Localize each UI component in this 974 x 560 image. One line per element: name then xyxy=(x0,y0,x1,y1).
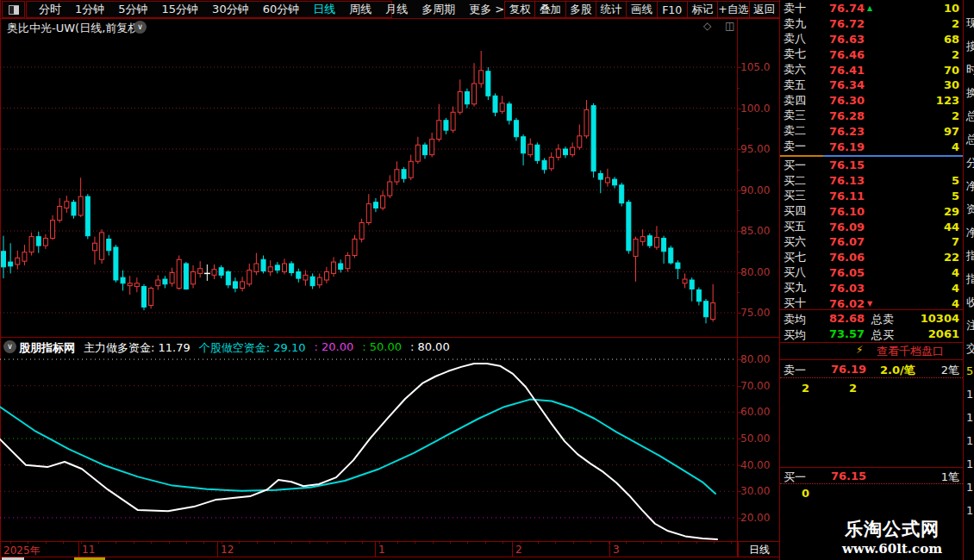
price-axis-label: 80.00 xyxy=(740,266,778,278)
indicator-value-label: 主力做多资金: 11.79 xyxy=(84,340,190,354)
timeline-minor-tick xyxy=(81,541,82,544)
toolbar-button-+自选[interactable]: +自选 xyxy=(718,1,749,18)
period-月线[interactable]: 月线 xyxy=(378,2,415,17)
book-row-卖一[interactable]: 卖一76.194 xyxy=(780,139,963,154)
book-row-卖五[interactable]: 卖五76.3430 xyxy=(780,78,963,93)
book-row-买四[interactable]: 买四76.1029 xyxy=(780,203,963,219)
axis-tick xyxy=(737,109,741,109)
axis-minor-tick xyxy=(737,292,740,293)
cutoff-char: 1 xyxy=(966,457,974,470)
timeline-month-label: 3 xyxy=(613,544,620,556)
period-日线[interactable]: 日线 xyxy=(306,2,342,17)
indicator-collapse-icon[interactable]: ∨ xyxy=(3,340,16,353)
level-volume: 4 xyxy=(882,140,959,153)
book-row-卖二[interactable]: 卖二76.2397 xyxy=(780,123,963,139)
cutoff-char: 注 xyxy=(966,318,974,333)
book-row-买二[interactable]: 买二76.135 xyxy=(780,173,963,189)
watermark-url: www.60lt.com xyxy=(810,541,974,557)
axis-minor-tick xyxy=(737,252,740,252)
period-15分钟[interactable]: 15分钟 xyxy=(155,2,206,17)
timeline-minor-tick xyxy=(10,541,11,544)
toolbar-button-叠加[interactable]: 叠加 xyxy=(535,1,565,18)
level-volume: 2 xyxy=(882,48,959,61)
book-row-买九[interactable]: 买九76.034 xyxy=(780,280,963,296)
level-price: 76.06 xyxy=(815,251,865,264)
level-volume: 123 xyxy=(882,94,959,107)
timeline-month-tick xyxy=(78,541,79,557)
period-60分钟[interactable]: 60分钟 xyxy=(256,2,307,17)
toolbar-button-返回[interactable]: 返回 xyxy=(750,1,780,18)
timeline-period-box[interactable]: 日线 xyxy=(738,542,780,557)
book-row-买一[interactable]: 买一76.15 xyxy=(780,158,963,173)
level-volume: 7 xyxy=(882,235,959,248)
book-row-买五[interactable]: 买五76.0944 xyxy=(780,219,963,234)
indicator-axis-label: 70.00 xyxy=(740,380,778,392)
book-row-买三[interactable]: 买三76.115 xyxy=(780,189,963,204)
thousand-depth-link[interactable]: ⚡ 查看千档盘口 xyxy=(780,344,963,358)
cutoff-char: 1 xyxy=(966,388,974,401)
page-icon xyxy=(9,5,19,15)
timeline-minor-tick xyxy=(222,541,222,544)
axis-minor-tick xyxy=(737,128,740,129)
price-axis-label: 85.00 xyxy=(740,225,778,237)
toolbar-button-复权[interactable]: 复权 xyxy=(504,1,535,18)
timeline-minor-tick xyxy=(379,541,380,544)
timeline-month-label: 2 xyxy=(515,544,522,556)
cutoff-char: 现 xyxy=(966,16,974,31)
book-row-买七[interactable]: 买七76.0622 xyxy=(780,250,963,265)
indicator-axis-label: 50.00 xyxy=(740,432,778,445)
toolbar-button-多股[interactable]: 多股 xyxy=(566,1,596,18)
indicator-value-label: : 80.00 xyxy=(410,340,450,354)
timeline-minor-tick xyxy=(661,541,662,544)
toolbar-button-F10[interactable]: F10 xyxy=(658,1,688,18)
timeline-month-label: 11 xyxy=(82,544,95,556)
timeline-minor-tick xyxy=(467,541,468,544)
period-30分钟[interactable]: 30分钟 xyxy=(205,2,256,17)
book-row-卖十[interactable]: 卖十76.74▲10 xyxy=(780,1,963,16)
level-price: 76.10 xyxy=(815,205,865,218)
timeline-minor-tick xyxy=(169,541,170,544)
avg-bottom-border xyxy=(780,342,963,343)
timeline-minor-tick xyxy=(731,541,732,544)
book-row-卖三[interactable]: 卖三76.282 xyxy=(780,109,963,124)
period-多周期[interactable]: 多周期 xyxy=(415,2,462,17)
cutoff-char: 换 xyxy=(966,85,974,101)
timeline-minor-tick xyxy=(362,541,363,544)
window-menu-icon[interactable] xyxy=(2,1,25,18)
book-row-卖六[interactable]: 卖六76.4170 xyxy=(780,62,963,78)
period-1分钟[interactable]: 1分钟 xyxy=(68,2,111,17)
period-分时[interactable]: 分时 xyxy=(32,2,68,17)
trading-terminal: 分时1分钟5分钟15分钟30分钟60分钟日线周线月线多周期更多 > 复权叠加多股… xyxy=(0,0,974,560)
book-row-买八[interactable]: 买八76.054 xyxy=(780,265,963,281)
sell-one-count: 2笔 xyxy=(909,363,959,378)
chevron-down-icon[interactable]: ∨ xyxy=(134,21,147,34)
cutoff-char: 1 xyxy=(966,411,974,424)
book-row-卖四[interactable]: 卖四76.30123 xyxy=(780,93,963,109)
level-price: 76.72 xyxy=(815,17,865,30)
timeline-minor-tick xyxy=(538,541,539,544)
buy-queue-lot: 0 xyxy=(802,487,809,500)
sell-queue-lot: 2 xyxy=(802,382,809,395)
book-row-卖八[interactable]: 卖八76.6368 xyxy=(780,32,963,47)
total-sell-label: 总卖 xyxy=(871,312,894,327)
timeline-minor-tick xyxy=(696,541,697,544)
toolbar-button-标记[interactable]: 标记 xyxy=(688,1,718,18)
book-row-卖七[interactable]: 卖七76.462 xyxy=(780,47,963,62)
toolbar-button-画线[interactable]: 画线 xyxy=(627,1,657,18)
indicator-value-label: : 50.00 xyxy=(362,340,402,354)
toolbar-button-统计[interactable]: 统计 xyxy=(596,1,627,18)
level-price: 76.02 xyxy=(815,297,865,310)
book-row-买六[interactable]: 买六76.077 xyxy=(780,234,963,250)
book-row-卖九[interactable]: 卖九76.722 xyxy=(780,16,963,32)
level-price: 76.30 xyxy=(815,94,865,107)
cutoff-char: 总 xyxy=(966,132,974,147)
cutoff-char: 指 xyxy=(966,248,974,264)
timeline-minor-tick xyxy=(274,541,275,544)
timeline-minor-tick xyxy=(28,541,28,544)
level-volume: 22 xyxy=(882,251,959,264)
period-周线[interactable]: 周线 xyxy=(342,2,378,17)
chart-corner-icons[interactable]: ◇ ◫ xyxy=(703,20,740,32)
indicator-axis-label: 60.00 xyxy=(740,406,778,418)
period-5分钟[interactable]: 5分钟 xyxy=(111,2,154,17)
timeline-minor-tick xyxy=(521,541,521,544)
